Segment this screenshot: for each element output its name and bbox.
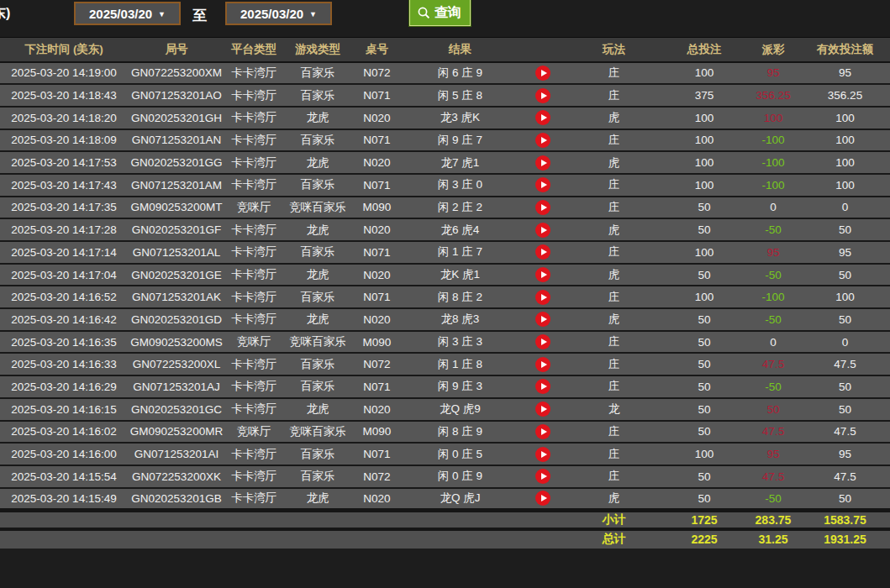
bet-time: 2025-03-20 14:16:35 — [0, 331, 128, 354]
payout-amount: -100 — [746, 174, 800, 197]
video-play-icon[interactable] — [535, 200, 550, 215]
table-row: 2025-03-20 14:15:49 GN020253201GB 卡卡湾厅 龙… — [0, 488, 890, 511]
total-bet-amount: 50 — [662, 421, 746, 444]
video-play-icon[interactable] — [535, 357, 550, 372]
table-row: 2025-03-20 14:16:02 GM090253200MR 竞咪厅 竞咪… — [0, 421, 890, 444]
game-number: GN071253201AM — [128, 174, 225, 197]
total-bet-amount: 100 — [662, 129, 746, 152]
payout-amount: 47.5 — [746, 353, 800, 375]
payout-amount: 47.5 — [746, 421, 800, 444]
table-row: 2025-03-20 14:17:53 GN020253201GG 卡卡湾厅 龙… — [0, 151, 890, 174]
video-play-icon[interactable] — [535, 334, 550, 349]
video-play-icon[interactable] — [535, 447, 550, 462]
game-number: GN072253200XK — [128, 465, 225, 488]
col-header-video — [519, 38, 566, 62]
bet-play-type: 虎 — [566, 308, 662, 331]
total-bet-amount: 100 — [662, 62, 746, 85]
game-type: 百家乐 — [282, 286, 353, 308]
valid-bet-amount: 100 — [800, 286, 890, 308]
total-bet-amount: 50 — [662, 398, 746, 421]
game-result: 闲 5 庄 8 — [401, 84, 519, 107]
video-play-icon[interactable] — [535, 223, 550, 238]
query-button[interactable]: 查询 — [409, 0, 471, 26]
table-number: N020 — [353, 151, 401, 174]
bet-time: 2025-03-20 14:17:04 — [0, 264, 128, 286]
date-range-to-label: 至 — [192, 6, 207, 25]
total-bet-amount: 50 — [662, 308, 746, 331]
date-to-picker[interactable]: 2025/03/20 ▼ — [225, 2, 332, 25]
video-play-icon[interactable] — [535, 491, 550, 506]
valid-bet-amount: 50 — [800, 264, 890, 286]
video-play-icon[interactable] — [535, 402, 550, 417]
bet-play-type: 庄 — [566, 174, 662, 197]
video-play-icon[interactable] — [535, 88, 550, 103]
table-number: N071 — [353, 174, 401, 197]
game-type: 龙虎 — [282, 107, 353, 129]
video-play-icon[interactable] — [535, 424, 550, 439]
valid-bet-amount: 50 — [800, 488, 890, 511]
table-number: N020 — [353, 308, 401, 331]
bet-play-type: 庄 — [566, 421, 662, 444]
game-number: GN071253201AK — [128, 286, 225, 308]
toolbar: 东) 2025/03/20 ▼ 至 2025/03/20 ▼ 查询 — [0, 0, 890, 37]
video-play-icon[interactable] — [535, 290, 550, 305]
game-result: 闲 9 庄 3 — [401, 375, 519, 398]
video-play-icon[interactable] — [535, 312, 550, 327]
total-label: 总计 — [566, 529, 662, 549]
video-play-icon[interactable] — [535, 244, 550, 260]
bet-time: 2025-03-20 14:16:52 — [0, 286, 128, 308]
total-bet-amount: 50 — [662, 264, 746, 286]
game-number: GN072253200XL — [128, 353, 225, 375]
bet-time: 2025-03-20 14:17:53 — [0, 151, 128, 174]
payout-amount: 95 — [746, 443, 800, 465]
bet-play-type: 庄 — [566, 197, 662, 219]
video-play-icon[interactable] — [535, 133, 550, 148]
table-number: N020 — [353, 398, 401, 421]
game-number: GN020253201GD — [128, 308, 225, 331]
video-play-icon[interactable] — [535, 379, 550, 394]
valid-bet-amount: 47.5 — [800, 465, 890, 488]
video-play-icon[interactable] — [535, 110, 550, 125]
game-type: 龙虎 — [282, 264, 353, 286]
table-row: 2025-03-20 14:16:33 GN072253200XL 卡卡湾厅 百… — [0, 353, 890, 375]
video-play-icon[interactable] — [535, 267, 550, 282]
subtotal-row: 小计 1725 283.75 1583.75 — [0, 510, 890, 529]
video-play-icon[interactable] — [535, 155, 550, 171]
total-bet-amount: 100 — [662, 443, 746, 465]
bet-time: 2025-03-20 14:15:49 — [0, 488, 128, 511]
col-header-platform: 平台类型 — [225, 38, 282, 62]
total-bet-amount: 100 — [662, 151, 746, 174]
valid-bet-amount: 356.25 — [800, 84, 890, 107]
video-play-icon[interactable] — [535, 66, 550, 81]
bet-play-type: 庄 — [566, 465, 662, 488]
game-number: GN020253201GF — [128, 218, 225, 241]
video-play-icon[interactable] — [535, 177, 550, 192]
date-from-picker[interactable]: 2025/03/20 ▼ — [74, 2, 181, 25]
bet-play-type: 龙 — [566, 398, 662, 421]
bet-play-type: 庄 — [566, 241, 662, 264]
platform-type: 卡卡湾厅 — [225, 264, 282, 286]
bet-play-type: 庄 — [566, 84, 662, 107]
col-header-game-type: 游戏类型 — [282, 38, 353, 62]
game-number: GN020253201GE — [128, 264, 225, 286]
game-type: 百家乐 — [282, 443, 353, 465]
game-result: 闲 1 庄 7 — [401, 241, 519, 264]
platform-type: 卡卡湾厅 — [225, 443, 282, 465]
table-number: N020 — [353, 107, 401, 129]
platform-type: 竞咪厅 — [225, 331, 282, 354]
valid-bet-amount: 95 — [800, 443, 890, 465]
valid-bet-amount: 50 — [800, 398, 890, 421]
platform-type: 卡卡湾厅 — [225, 353, 282, 375]
query-button-label: 查询 — [434, 4, 461, 22]
game-number: GN072253200XM — [128, 62, 225, 85]
table-row: 2025-03-20 14:17:35 GM090253200MT 竞咪厅 竞咪… — [0, 197, 890, 219]
col-header-time: 下注时间 (美东) — [0, 38, 128, 62]
platform-type: 卡卡湾厅 — [225, 84, 282, 107]
total-bet-amount: 50 — [662, 465, 746, 488]
bet-play-type: 庄 — [566, 62, 662, 85]
game-result: 闲 1 庄 8 — [401, 353, 519, 375]
game-result: 闲 6 庄 9 — [401, 62, 519, 85]
bet-play-type: 庄 — [566, 443, 662, 465]
video-play-icon[interactable] — [535, 469, 550, 484]
game-type: 竞咪百家乐 — [282, 197, 353, 219]
